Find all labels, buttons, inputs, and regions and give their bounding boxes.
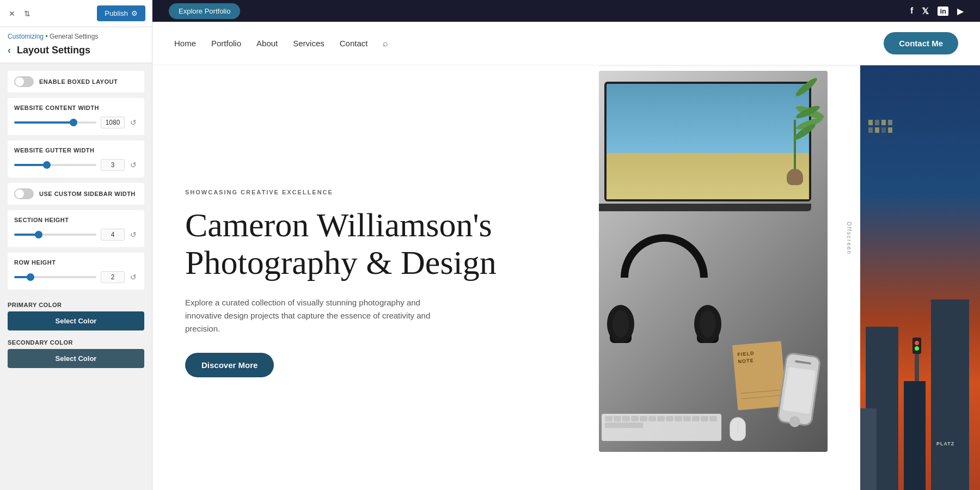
website-content-width-row: ↺ bbox=[14, 117, 138, 128]
settings-section: ENABLE BOXED LAYOUT WEBSITE CONTENT WIDT… bbox=[0, 63, 152, 295]
notebook: FIELDNOTE bbox=[732, 341, 787, 410]
use-custom-sidebar-width-row: USE CUSTOM SIDEBAR WIDTH bbox=[8, 183, 144, 205]
hero-content: SHOWCASING CREATIVE EXCELLENCE Cameron W… bbox=[152, 65, 599, 490]
nav-link-about[interactable]: About bbox=[256, 39, 278, 48]
site-topbar-left: Explore Portfolio bbox=[169, 3, 240, 19]
section-height-track[interactable] bbox=[14, 234, 96, 236]
site-hero: SHOWCASING CREATIVE EXCELLENCE Cameron W… bbox=[152, 65, 980, 490]
hero-images: FIELDNOTE bbox=[599, 65, 980, 490]
row-height-group: ROW HEIGHT ↺ bbox=[8, 253, 144, 290]
website-gutter-width-thumb[interactable] bbox=[43, 161, 51, 169]
breadcrumb-customizing[interactable]: Customizing bbox=[8, 33, 44, 40]
secondary-color-label: SECONDARY COLOR bbox=[8, 339, 144, 346]
website-gutter-width-value[interactable] bbox=[101, 159, 125, 171]
website-gutter-width-label: WEBSITE GUTTER WIDTH bbox=[14, 147, 138, 154]
headphones bbox=[610, 234, 719, 343]
facebook-icon[interactable]: f bbox=[910, 6, 913, 16]
nav-link-home[interactable]: Home bbox=[174, 39, 196, 48]
enable-boxed-layout-label: ENABLE BOXED LAYOUT bbox=[39, 78, 118, 85]
search-icon[interactable]: ⌕ bbox=[383, 39, 388, 48]
website-gutter-width-row: ↺ bbox=[14, 159, 138, 171]
nav-link-portfolio[interactable]: Portfolio bbox=[211, 39, 241, 48]
section-height-reset[interactable]: ↺ bbox=[129, 229, 138, 240]
use-custom-sidebar-width-toggle[interactable] bbox=[14, 188, 34, 199]
enable-boxed-layout-row: ENABLE BOXED LAYOUT bbox=[8, 71, 144, 93]
section-height-thumb[interactable] bbox=[35, 231, 42, 238]
hero-title: Cameron Williamson's Photography & Desig… bbox=[185, 206, 566, 280]
publish-label: Publish bbox=[105, 9, 128, 17]
website-content-width-value[interactable] bbox=[101, 117, 125, 128]
section-height-value[interactable] bbox=[101, 229, 125, 241]
top-bar: ✕ ⇅ Publish ⚙ bbox=[0, 0, 152, 27]
nav-links: Home Portfolio About Services Contact ⌕ bbox=[174, 39, 388, 48]
nav-item-portfolio[interactable]: Portfolio bbox=[211, 39, 241, 48]
site-topbar: Explore Portfolio f 𝕏 in ▶ bbox=[152, 0, 980, 22]
row-height-value[interactable] bbox=[101, 271, 125, 283]
website-gutter-width-fill bbox=[14, 164, 47, 166]
customizer-panel: ✕ ⇅ Publish ⚙ Customizing • General Sett… bbox=[0, 0, 152, 490]
website-content-width-label: WEBSITE CONTENT WIDTH bbox=[14, 105, 138, 111]
enable-boxed-layout-toggle[interactable] bbox=[14, 76, 34, 87]
iphone bbox=[776, 352, 821, 427]
use-custom-sidebar-width-label: USE CUSTOM SIDEBAR WIDTH bbox=[39, 191, 136, 197]
website-content-width-reset[interactable]: ↺ bbox=[129, 117, 138, 128]
plant bbox=[768, 76, 822, 185]
hero-subtitle: SHOWCASING CREATIVE EXCELLENCE bbox=[185, 189, 566, 195]
site-topbar-right: f 𝕏 in ▶ bbox=[910, 6, 964, 16]
website-gutter-width-group: WEBSITE GUTTER WIDTH ↺ bbox=[8, 140, 144, 177]
row-height-reset[interactable]: ↺ bbox=[129, 272, 138, 283]
breadcrumb-separator: • bbox=[45, 33, 47, 40]
nav-link-contact[interactable]: Contact bbox=[340, 39, 368, 48]
site-nav: Home Portfolio About Services Contact ⌕ … bbox=[152, 22, 980, 65]
nav-item-home[interactable]: Home bbox=[174, 39, 196, 48]
desk-photo: FIELDNOTE bbox=[599, 71, 828, 452]
explore-portfolio-button[interactable]: Explore Portfolio bbox=[169, 3, 240, 19]
hero-description: Explore a curated collection of visually… bbox=[185, 296, 436, 335]
primary-color-label: PRIMARY COLOR bbox=[8, 302, 144, 308]
nav-search-item[interactable]: ⌕ bbox=[383, 39, 388, 48]
site-preview: Explore Portfolio f 𝕏 in ▶ Home Portfoli… bbox=[152, 0, 980, 490]
contact-me-button[interactable]: Contact Me bbox=[884, 32, 958, 54]
linkedin-icon[interactable]: in bbox=[938, 7, 948, 16]
nav-item-services[interactable]: Services bbox=[293, 39, 324, 48]
color-section: PRIMARY COLOR Select Color SECONDARY COL… bbox=[0, 295, 152, 370]
section-height-label: SECTION HEIGHT bbox=[14, 217, 138, 223]
website-gutter-width-reset[interactable]: ↺ bbox=[129, 160, 138, 170]
section-height-row: ↺ bbox=[14, 229, 138, 241]
nav-item-about[interactable]: About bbox=[256, 39, 278, 48]
discover-more-button[interactable]: Discover More bbox=[185, 353, 274, 377]
website-content-width-thumb[interactable] bbox=[70, 119, 77, 126]
keyboard bbox=[602, 414, 721, 441]
row-height-track[interactable] bbox=[14, 276, 96, 278]
twitter-icon[interactable]: 𝕏 bbox=[922, 6, 929, 16]
website-content-width-track[interactable] bbox=[14, 121, 96, 124]
reorder-icon[interactable]: ⇅ bbox=[22, 7, 33, 20]
panel-title: ‹ Layout Settings bbox=[0, 42, 152, 63]
website-gutter-width-track[interactable] bbox=[14, 164, 96, 166]
nav-link-services[interactable]: Services bbox=[293, 39, 324, 48]
website-content-width-fill bbox=[14, 121, 74, 124]
row-height-label: ROW HEIGHT bbox=[14, 259, 138, 266]
website-content-width-group: WEBSITE CONTENT WIDTH ↺ bbox=[8, 98, 144, 135]
offscreen-text: Offscreen bbox=[846, 222, 852, 255]
row-height-row: ↺ bbox=[14, 271, 138, 283]
primary-color-button[interactable]: Select Color bbox=[8, 311, 144, 330]
publish-button[interactable]: Publish ⚙ bbox=[97, 5, 145, 21]
breadcrumb-section: General Settings bbox=[50, 33, 98, 40]
youtube-icon[interactable]: ▶ bbox=[957, 6, 964, 16]
nav-item-contact[interactable]: Contact bbox=[340, 39, 368, 48]
city-photo: PLATZ bbox=[860, 65, 980, 490]
gear-icon: ⚙ bbox=[131, 9, 138, 17]
section-height-group: SECTION HEIGHT ↺ bbox=[8, 210, 144, 247]
row-height-thumb[interactable] bbox=[27, 273, 34, 281]
mouse bbox=[730, 417, 746, 441]
secondary-color-button[interactable]: Select Color bbox=[8, 349, 144, 368]
close-icon[interactable]: ✕ bbox=[7, 7, 17, 20]
breadcrumb: Customizing • General Settings bbox=[0, 27, 152, 42]
back-icon[interactable]: ‹ bbox=[8, 45, 11, 56]
